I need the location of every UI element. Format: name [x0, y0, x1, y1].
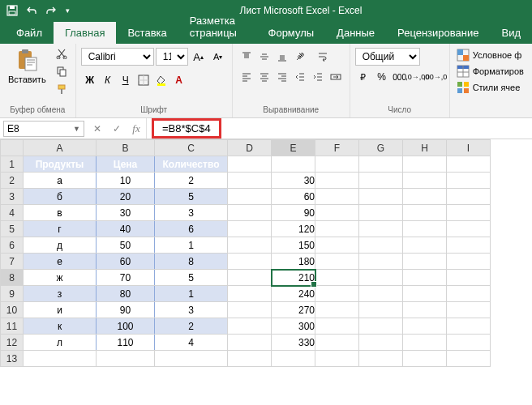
cell-B5[interactable]: 40: [97, 221, 155, 237]
cell-B4[interactable]: 30: [97, 205, 155, 221]
cell-B11[interactable]: 100: [97, 318, 155, 335]
merge-icon[interactable]: [327, 68, 345, 86]
tab-formulas[interactable]: Формулы: [257, 22, 326, 44]
cell-F7[interactable]: [315, 254, 359, 270]
cell-I9[interactable]: [447, 286, 491, 302]
format-painter-icon[interactable]: [53, 81, 71, 97]
cell-C4[interactable]: 3: [155, 205, 228, 221]
cell-E13[interactable]: [272, 351, 315, 367]
cell-I12[interactable]: [447, 335, 491, 351]
cut-icon[interactable]: [53, 45, 71, 62]
cell-A2[interactable]: а: [24, 173, 97, 189]
cell-A8[interactable]: ж: [24, 270, 97, 286]
cell-styles-button[interactable]: Стили ячее: [455, 80, 526, 95]
row-header-4[interactable]: 4: [1, 205, 24, 221]
increase-font-icon[interactable]: A▴: [190, 48, 208, 66]
row-header-7[interactable]: 7: [1, 254, 24, 270]
cell-G12[interactable]: [359, 335, 403, 351]
cell-C8[interactable]: 5: [155, 270, 228, 286]
align-center-icon[interactable]: [255, 68, 273, 86]
cell-H9[interactable]: [403, 286, 447, 302]
row-header-2[interactable]: 2: [1, 173, 24, 189]
increase-indent-icon[interactable]: [309, 68, 327, 86]
cell-G1[interactable]: [359, 156, 403, 173]
cell-A4[interactable]: в: [24, 205, 97, 221]
align-right-icon[interactable]: [273, 68, 291, 86]
insert-function-icon[interactable]: fx: [127, 121, 146, 137]
cell-E1[interactable]: [272, 156, 315, 173]
tab-file[interactable]: Файл: [5, 22, 54, 44]
tab-page-layout[interactable]: Разметка страницы: [178, 10, 257, 44]
row-header-10[interactable]: 10: [1, 302, 24, 318]
cell-B1[interactable]: Цена: [97, 156, 155, 173]
cell-G3[interactable]: [359, 189, 403, 205]
cell-F12[interactable]: [315, 335, 359, 351]
cell-G11[interactable]: [359, 318, 403, 335]
cell-F11[interactable]: [315, 318, 359, 335]
wrap-text-icon[interactable]: [314, 48, 332, 66]
tab-view[interactable]: Вид: [490, 22, 532, 44]
cell-I10[interactable]: [447, 302, 491, 318]
cell-E2[interactable]: 30: [272, 173, 315, 189]
align-middle-icon[interactable]: [255, 48, 273, 66]
col-header-I[interactable]: I: [447, 140, 491, 156]
cell-I1[interactable]: [447, 156, 491, 173]
qat-customize-icon[interactable]: ▾: [62, 2, 73, 19]
cell-G13[interactable]: [359, 351, 403, 367]
cell-I8[interactable]: [447, 270, 491, 286]
tab-insert[interactable]: Вставка: [116, 22, 178, 44]
cell-F4[interactable]: [315, 205, 359, 221]
cell-F8[interactable]: [315, 270, 359, 286]
name-box-dropdown-icon[interactable]: ▼: [73, 125, 80, 133]
cell-G7[interactable]: [359, 254, 403, 270]
col-header-D[interactable]: D: [228, 140, 272, 156]
cell-E7[interactable]: 180: [272, 254, 315, 270]
copy-icon[interactable]: [53, 63, 71, 79]
borders-icon[interactable]: [135, 71, 152, 89]
cell-F6[interactable]: [315, 237, 359, 254]
cell-C1[interactable]: Количество: [155, 156, 228, 173]
cell-E5[interactable]: 120: [272, 221, 315, 237]
redo-icon[interactable]: [42, 2, 60, 19]
bold-button[interactable]: Ж: [81, 71, 99, 89]
cell-G5[interactable]: [359, 221, 403, 237]
row-header-12[interactable]: 12: [1, 335, 24, 351]
cell-A1[interactable]: Продукты: [24, 156, 97, 173]
row-header-1[interactable]: 1: [1, 156, 24, 173]
cell-G4[interactable]: [359, 205, 403, 221]
cell-E10[interactable]: 270: [272, 302, 315, 318]
formula-input[interactable]: =B8*$C$4: [146, 118, 532, 139]
cell-F9[interactable]: [315, 286, 359, 302]
cell-I7[interactable]: [447, 254, 491, 270]
cell-H12[interactable]: [403, 335, 447, 351]
align-left-icon[interactable]: [238, 68, 255, 86]
decrease-indent-icon[interactable]: [291, 68, 309, 86]
font-name-select[interactable]: Calibri: [81, 48, 154, 66]
cell-D7[interactable]: [228, 254, 272, 270]
cell-B3[interactable]: 20: [97, 189, 155, 205]
cell-G10[interactable]: [359, 302, 403, 318]
cell-B12[interactable]: 110: [97, 335, 155, 351]
cell-A5[interactable]: г: [24, 221, 97, 237]
cell-A9[interactable]: з: [24, 286, 97, 302]
tab-data[interactable]: Данные: [325, 22, 386, 44]
cell-D10[interactable]: [228, 302, 272, 318]
cell-C11[interactable]: 2: [155, 318, 228, 335]
percent-icon[interactable]: %: [373, 68, 391, 86]
col-header-F[interactable]: F: [315, 140, 359, 156]
cell-I4[interactable]: [447, 205, 491, 221]
cell-D3[interactable]: [228, 189, 272, 205]
cell-G8[interactable]: [359, 270, 403, 286]
cell-H3[interactable]: [403, 189, 447, 205]
cell-D6[interactable]: [228, 237, 272, 254]
cell-E4[interactable]: 90: [272, 205, 315, 221]
number-format-select[interactable]: Общий: [355, 48, 420, 66]
cell-B8[interactable]: 70: [97, 270, 155, 286]
cell-B2[interactable]: 10: [97, 173, 155, 189]
row-header-5[interactable]: 5: [1, 221, 24, 237]
italic-button[interactable]: К: [99, 71, 117, 89]
cell-E11[interactable]: 300: [272, 318, 315, 335]
cell-G9[interactable]: [359, 286, 403, 302]
cell-H7[interactable]: [403, 254, 447, 270]
cell-E3[interactable]: 60: [272, 189, 315, 205]
